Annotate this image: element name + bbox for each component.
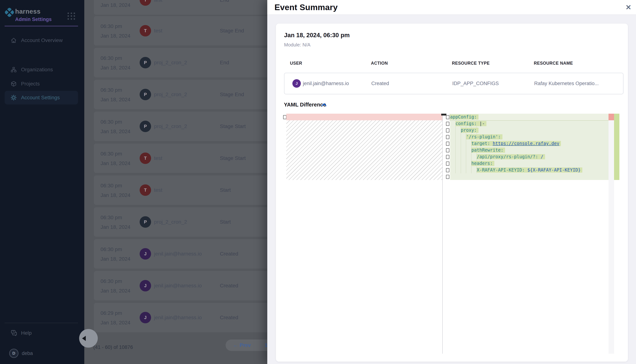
collapse-arrow-icon — [82, 336, 86, 341]
row-time: 06:30 pm — [101, 183, 122, 189]
help-label: Help — [21, 330, 32, 336]
event-resource-type: IDP_APP_CONFIGS — [452, 73, 499, 94]
chevron-up-icon[interactable] — [321, 102, 327, 108]
table-row[interactable]: 06:30 pmJan 18, 2024Jjenil.jain@harness.… — [94, 271, 267, 300]
org-chart-icon — [10, 66, 17, 73]
avatar: P — [140, 89, 151, 100]
row-time: 06:30 pm — [101, 151, 122, 157]
diff-code-line: target: https://console.rafay.dev — [450, 140, 608, 147]
sidebar-divider — [5, 26, 78, 26]
column-header: RESOURCE TYPE — [452, 61, 490, 66]
event-datetime: Jan 18, 2024, 06:30 pm — [284, 32, 350, 39]
row-user-name: jenil.jain@harness.io — [154, 283, 202, 289]
event-user: jenil.jain@harness.io — [303, 73, 349, 94]
row-time: 06:30 pm — [101, 87, 122, 93]
event-summary-card: Jan 18, 2024, 06:30 pm Module: N/A USERA… — [276, 24, 628, 362]
avatar: P — [140, 57, 151, 68]
diff-gutter-marker — [446, 135, 449, 139]
sidebar-item-account-overview[interactable]: Account Overview — [5, 34, 78, 47]
event-action: Created — [371, 73, 389, 94]
diff-removed-line — [286, 114, 442, 120]
row-time: 06:30 pm — [101, 214, 122, 220]
avatar: T — [140, 0, 151, 6]
row-user-name: proj_2_cron_2 — [154, 60, 187, 66]
diff-pane-divider[interactable] — [442, 114, 443, 354]
sidebar-item-organizations[interactable]: Organizations — [5, 63, 78, 76]
table-row[interactable]: 06:30 pmJan 18, 2024Jjenil.jain@harness.… — [94, 239, 267, 268]
close-icon[interactable]: ✕ — [623, 2, 633, 12]
prev-page-button[interactable]: ← Prev — [233, 340, 251, 351]
page-number-button[interactable]: 1 — [265, 340, 267, 351]
sidebar-collapse-handle[interactable] — [79, 329, 98, 348]
row-user-name: proj_2_cron_2 — [154, 124, 187, 129]
audit-log-list: 06:30 pmJan 18, 2024TtestEnd06:30 pmJan … — [84, 0, 267, 364]
cube-icon — [10, 80, 17, 87]
sidebar-item-label: Projects — [21, 81, 40, 87]
help-icon: ? — [5, 329, 17, 337]
table-row[interactable]: 06:30 pmJan 18, 2024Pproj_2_cron_2Stage … — [94, 112, 267, 141]
row-date: Jan 18, 2024 — [101, 128, 130, 134]
row-time: 06:30 pm — [101, 278, 122, 284]
sidebar-item-help[interactable]: ? Help — [5, 326, 78, 340]
yaml-target-link[interactable]: https://console.rafay.dev — [493, 141, 559, 146]
diff-gutter-marker — [446, 162, 449, 166]
diff-gutter-marker — [446, 142, 449, 146]
table-row[interactable]: 06:30 pmJan 18, 2024Pproj_2_cron_2Stage … — [94, 80, 267, 109]
table-row[interactable]: 06:30 pmJan 18, 2024Pproj_2_cron_2End — [94, 48, 267, 77]
diff-code-line: configs: |- — [450, 120, 608, 127]
diff-scrollbar-track[interactable] — [608, 114, 614, 354]
app-root: harness Admin Settings Account OverviewO… — [0, 0, 636, 364]
home-icon — [10, 37, 17, 44]
diff-gutter-marker — [446, 175, 449, 179]
avatar: P — [140, 121, 151, 132]
avatar: J — [140, 248, 151, 260]
diff-gutter-marker — [446, 128, 449, 132]
table-row[interactable]: 06:30 pmJan 18, 2024TtestStage Start — [94, 144, 267, 173]
row-date: Jan 18, 2024 — [101, 2, 130, 8]
drawer-header: Event Summary ✕ — [267, 0, 636, 15]
row-user-name: proj_2_cron_2 — [154, 219, 187, 225]
row-user-name: jenil.jain@harness.io — [154, 315, 202, 320]
avatar: P — [140, 216, 151, 228]
avatar: J — [140, 312, 151, 323]
diff-code-line: pathRewrite: — [450, 147, 608, 154]
apps-grid-icon[interactable] — [68, 12, 76, 20]
row-user-name: test — [154, 155, 162, 161]
row-action: Created — [220, 315, 238, 320]
sidebar-item-label: Account Overview — [21, 38, 63, 43]
pagination-bar: ← Prev 1 — [226, 340, 267, 351]
row-date: Jan 18, 2024 — [101, 160, 130, 166]
brand-title: harness — [15, 8, 41, 15]
row-date: Jan 18, 2024 — [101, 65, 130, 71]
diff-empty-hatch — [286, 120, 442, 180]
user-menu[interactable]: D deba — [5, 347, 78, 360]
row-date: Jan 18, 2024 — [101, 320, 130, 326]
row-action: Start — [220, 187, 231, 193]
row-user-name: jenil.jain@harness.io — [154, 251, 202, 257]
sidebar-item-projects[interactable]: Projects — [5, 77, 78, 91]
row-date: Jan 18, 2024 — [101, 192, 130, 198]
diff-sash-handle[interactable] — [441, 114, 446, 116]
row-action: End — [220, 60, 229, 66]
table-row[interactable]: 06:30 pmJan 18, 2024Pproj_2_cron_2Start — [94, 207, 267, 237]
event-summary-drawer: Event Summary ✕ Jan 18, 2024, 06:30 pm M… — [267, 0, 636, 364]
row-action: Stage End — [220, 28, 244, 34]
event-module: Module: N/A — [284, 42, 310, 48]
user-name: deba — [22, 350, 33, 356]
row-action: End — [220, 0, 229, 3]
table-row[interactable]: 06:30 pmJan 18, 2024TtestStage End — [94, 16, 267, 46]
avatar: T — [140, 25, 151, 36]
avatar: D — [9, 349, 19, 358]
sidebar-item-account-settings[interactable]: Account Settings — [5, 91, 78, 104]
diff-gutter-marker — [446, 148, 449, 152]
row-user-name: proj_2_cron_2 — [154, 92, 187, 98]
table-row[interactable]: 06:30 pmJan 18, 2024TtestStart — [94, 175, 267, 205]
gear-icon — [10, 94, 17, 101]
diff-code-line: headers: — [450, 160, 608, 167]
table-row[interactable]: 06:29 pmJan 18, 2024Jjenil.jain@harness.… — [94, 303, 267, 332]
table-row[interactable]: 06:30 pmJan 18, 2024TtestEnd — [94, 0, 267, 15]
yaml-diff-editor[interactable]: appConfig: configs: |- proxy: '/rs-plugi… — [283, 114, 619, 354]
diff-code-line: appConfig: — [450, 114, 608, 120]
row-action: Stage Start — [220, 155, 246, 161]
row-date: Jan 18, 2024 — [101, 288, 130, 294]
